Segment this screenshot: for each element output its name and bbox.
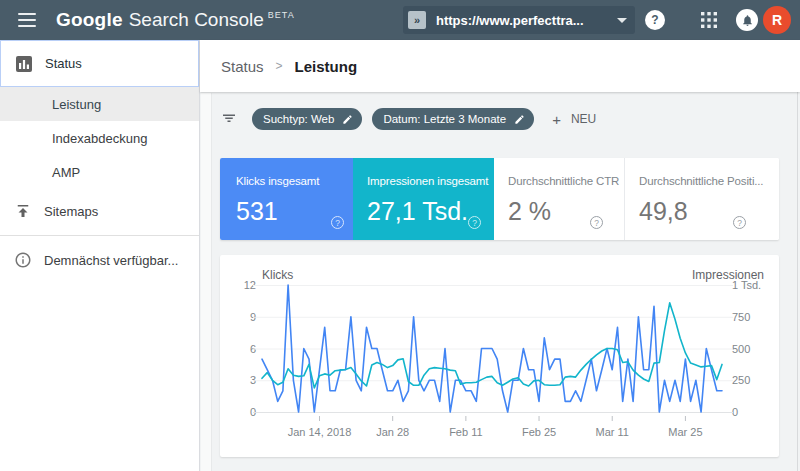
filter-chip-suchtyp[interactable]: Suchtyp: Web — [252, 108, 362, 130]
upload-icon — [14, 202, 32, 220]
breadcrumb-separator-icon: > — [276, 59, 283, 73]
sidebar-item-label: Sitemaps — [44, 204, 98, 219]
menu-icon[interactable] — [18, 13, 36, 27]
page-title: Leistung — [295, 58, 358, 75]
info-icon — [14, 251, 32, 269]
card-title: Durchschnittliche CTR — [508, 175, 624, 187]
avatar[interactable]: R — [763, 6, 791, 34]
metric-cards: Klicks insgesamt 531 ? Impressionen insg… — [220, 158, 779, 240]
card-klicks-insgesamt[interactable]: Klicks insgesamt 531 ? — [220, 158, 353, 240]
apps-grid-icon[interactable] — [700, 11, 718, 33]
edit-pencil-icon — [514, 114, 525, 125]
plus-icon: + — [552, 111, 561, 128]
chevron-down-icon — [617, 18, 627, 23]
sidebar: Status Leistung Indexabdeckung AMP Sitem… — [0, 40, 200, 471]
help-question-icon[interactable]: ? — [733, 216, 746, 229]
filter-bar: Suchtyp: Web Datum: Letzte 3 Monate + NE… — [220, 101, 780, 137]
filter-icon[interactable] — [220, 110, 238, 128]
card-title: Klicks insgesamt — [236, 175, 353, 187]
sidebar-item-sitemaps[interactable]: Sitemaps — [0, 191, 199, 231]
logo-product: Search Console — [129, 9, 264, 31]
chip-label: Suchtyp: Web — [263, 113, 334, 125]
help-question-icon[interactable]: ? — [468, 216, 481, 229]
filter-chip-datum[interactable]: Datum: Letzte 3 Monate — [372, 108, 534, 130]
property-selector[interactable]: » https://www.perfecttra... — [403, 6, 635, 34]
property-type-icon: » — [408, 11, 426, 29]
sidebar-item-amp[interactable]: AMP — [0, 155, 199, 189]
card-value: 49,8 — [639, 197, 779, 226]
add-filter-button[interactable]: + NEU — [552, 111, 596, 128]
add-filter-label: NEU — [571, 112, 596, 126]
card-value: 2 % — [508, 197, 624, 226]
chip-label: Datum: Letzte 3 Monate — [383, 113, 506, 125]
card-impressionen-insgesamt[interactable]: Impressionen insgesamt 27,1 Tsd. ? — [353, 158, 494, 240]
card-durchschnittliche-ctr[interactable]: Durchschnittliche CTR 2 % ? — [494, 158, 624, 240]
card-title: Durchschnittliche Positi... — [639, 175, 779, 187]
sidebar-item-status[interactable]: Status — [0, 40, 199, 87]
sidebar-item-indexabdeckung[interactable]: Indexabdeckung — [0, 121, 199, 155]
bar-chart-icon — [15, 55, 33, 73]
sidebar-item-leistung[interactable]: Leistung — [0, 87, 199, 121]
edit-pencil-icon — [342, 114, 353, 125]
main-content: Status > Leistung Suchtyp: Web Datum: Le… — [200, 40, 800, 471]
sidebar-item-label: Demnächst verfügbar... — [44, 253, 178, 268]
app-logo: Google Search Console BETA — [56, 0, 295, 40]
breadcrumb: Status > Leistung — [200, 40, 800, 92]
sidebar-item-coming-soon[interactable]: Demnächst verfügbar... — [0, 240, 199, 280]
sidebar-item-label: Status — [45, 56, 82, 71]
card-durchschnittliche-position[interactable]: Durchschnittliche Positi... 49,8 ? — [624, 158, 779, 240]
performance-chart: Klicks Impressionen Jan 14, 2018Jan 28Fe… — [220, 255, 779, 457]
logo-beta-badge: BETA — [268, 10, 295, 20]
help-question-icon[interactable]: ? — [331, 216, 344, 229]
breadcrumb-parent[interactable]: Status — [221, 58, 264, 75]
sidebar-divider — [0, 235, 199, 236]
help-icon[interactable]: ? — [645, 10, 665, 30]
notifications-bell-icon[interactable] — [736, 9, 758, 31]
top-app-bar: Google Search Console BETA » https://www… — [0, 0, 800, 40]
card-title: Impressionen insgesamt — [367, 175, 494, 187]
logo-google: Google — [56, 9, 123, 31]
help-question-icon[interactable]: ? — [590, 216, 603, 229]
property-selector-value: https://www.perfecttra... — [436, 13, 617, 28]
